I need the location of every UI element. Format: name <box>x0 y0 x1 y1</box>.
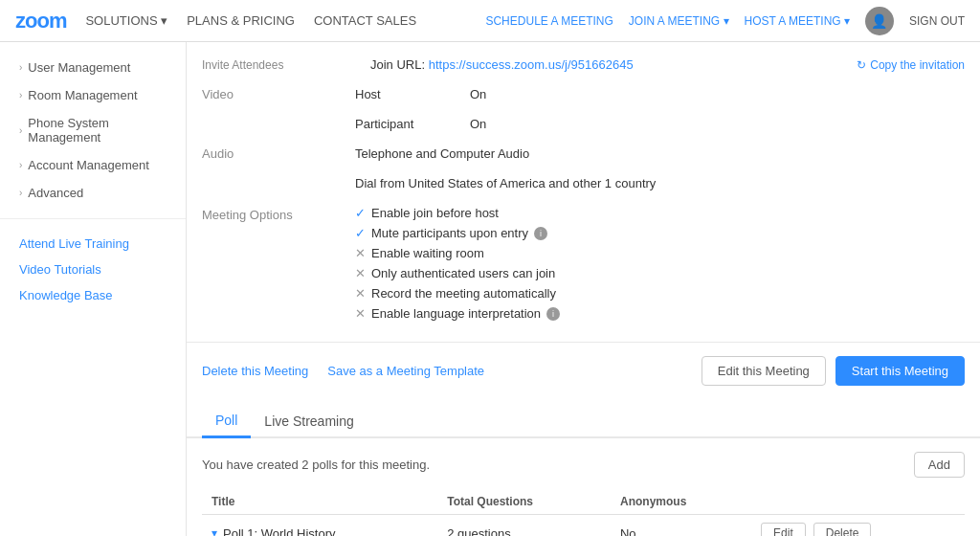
info-icon[interactable]: i <box>534 227 547 240</box>
table-row: ▾ Poll 1: World History 2 questions No E… <box>202 515 965 537</box>
schedule-meeting-link[interactable]: SCHEDULE A MEETING <box>485 14 612 28</box>
layout: › User Management › Room Management › Ph… <box>0 42 980 536</box>
delete-poll-button[interactable]: Delete <box>813 523 872 536</box>
chevron-icon: › <box>19 160 22 170</box>
sidebar-link-knowledge-base[interactable]: Knowledge Base <box>0 282 186 308</box>
invite-left: Invite Attendees Join URL: https://succe… <box>202 57 634 72</box>
chevron-icon: › <box>19 188 22 198</box>
main-content: Invite Attendees Join URL: https://succe… <box>187 42 980 536</box>
option-mute-participants: ✓ Mute participants upon entry i <box>355 226 965 240</box>
sidebar-item-user-management[interactable]: › User Management <box>0 54 186 81</box>
meeting-options-row: Meeting Options ✓ Enable join before hos… <box>187 198 980 334</box>
save-template-link[interactable]: Save as a Meeting Template <box>327 364 484 378</box>
sidebar-item-account-management[interactable]: › Account Management <box>0 151 186 179</box>
check-icon: ✓ <box>355 226 366 240</box>
col-title: Title <box>202 489 437 515</box>
logo[interactable]: zoom <box>15 9 66 34</box>
poll-title: ▾ Poll 1: World History <box>212 526 428 537</box>
sidebar: › User Management › Room Management › Ph… <box>0 42 187 536</box>
delete-meeting-link[interactable]: Delete this Meeting <box>202 364 308 378</box>
option-label: Record the meeting automatically <box>371 286 556 301</box>
nav-solutions[interactable]: SOLUTIONS ▾ <box>85 13 167 28</box>
copy-invitation-button[interactable]: ↻ Copy the invitation <box>857 58 965 72</box>
x-icon: ✕ <box>355 286 366 301</box>
anonymous-cell: No <box>611 515 751 537</box>
participant-label: Participant <box>340 109 455 139</box>
audio-dial-row: Dial from United States of America and o… <box>187 168 980 198</box>
edit-meeting-button[interactable]: Edit this Meeting <box>702 356 826 386</box>
invite-label: Invite Attendees <box>202 58 355 72</box>
host-value: On <box>455 79 915 109</box>
invite-row: Invite Attendees Join URL: https://succe… <box>187 50 980 79</box>
sidebar-divider <box>0 218 186 219</box>
option-label: Enable join before host <box>371 206 499 220</box>
poll-title-cell: ▾ Poll 1: World History <box>202 515 437 537</box>
x-icon: ✕ <box>355 306 366 321</box>
header-nav: SOLUTIONS ▾ PLANS & PRICING CONTACT SALE… <box>85 13 485 28</box>
meeting-options-label: Meeting Options <box>187 198 340 334</box>
tab-poll[interactable]: Poll <box>202 403 251 438</box>
option-language-interpretation: ✕ Enable language interpretation i <box>355 306 965 321</box>
action-left: Delete this Meeting Save as a Meeting Te… <box>202 364 484 378</box>
col-anonymous: Anonymous <box>611 489 751 515</box>
audio-value: Telephone and Computer Audio <box>340 139 915 168</box>
chevron-down-icon: ▾ <box>212 526 217 536</box>
audio-label: Audio <box>187 139 340 168</box>
detail-table: Video Host On Participant On Audio Telep… <box>187 79 980 334</box>
sidebar-item-phone-system[interactable]: › Phone System Management <box>0 109 186 151</box>
logo-text: zoom <box>15 9 66 33</box>
audio-dial: Dial from United States of America and o… <box>340 168 915 198</box>
join-url-text: Join URL: https://success.zoom.us/j/9516… <box>370 57 634 72</box>
sidebar-link-live-training[interactable]: Attend Live Training <box>0 231 186 257</box>
poll-title-text: Poll 1: World History <box>223 526 336 537</box>
option-authenticated: ✕ Only authenticated users can join <box>355 266 965 280</box>
join-url-link[interactable]: https://success.zoom.us/j/951662645 <box>429 57 634 72</box>
poll-table: Title Total Questions Anonymous ▾ Poll 1… <box>202 489 965 536</box>
sidebar-link-video-tutorials[interactable]: Video Tutorials <box>0 257 186 282</box>
video-row: Video Host On <box>187 79 980 109</box>
info-icon[interactable]: i <box>546 307 560 321</box>
nav-plans[interactable]: PLANS & PRICING <box>187 13 295 28</box>
sign-out-button[interactable]: SIGN OUT <box>909 14 965 28</box>
join-url-prefix: Join URL: <box>370 57 429 72</box>
refresh-icon: ↻ <box>857 58 866 72</box>
chevron-icon: › <box>19 90 22 100</box>
x-icon: ✕ <box>355 266 366 280</box>
col-total-questions: Total Questions <box>437 489 611 515</box>
action-right: Edit this Meeting Start this Meeting <box>702 356 965 386</box>
audio-row: Audio Telephone and Computer Audio <box>187 139 980 168</box>
option-join-before-host: ✓ Enable join before host <box>355 206 965 220</box>
poll-description-text: You have created 2 polls for this meetin… <box>202 458 430 472</box>
check-icon: ✓ <box>355 206 366 220</box>
option-label: Enable language interpretation <box>371 306 541 321</box>
video-label: Video <box>187 79 340 139</box>
option-waiting-room: ✕ Enable waiting room <box>355 246 965 260</box>
chevron-icon: › <box>19 62 22 73</box>
tab-live-streaming[interactable]: Live Streaming <box>251 404 367 436</box>
option-record-auto: ✕ Record the meeting automatically <box>355 286 965 301</box>
option-label: Enable waiting room <box>371 246 484 260</box>
action-row: Delete this Meeting Save as a Meeting Te… <box>187 342 980 399</box>
edit-poll-button[interactable]: Edit <box>761 523 806 536</box>
meeting-detail-area: Invite Attendees Join URL: https://succe… <box>187 42 980 536</box>
chevron-icon: › <box>19 125 22 136</box>
total-questions-cell: 2 questions <box>437 515 611 537</box>
start-meeting-button[interactable]: Start this Meeting <box>835 356 965 386</box>
meeting-options-values: ✓ Enable join before host ✓ Mute partici… <box>340 198 980 334</box>
join-meeting-link[interactable]: JOIN A MEETING ▾ <box>629 14 729 28</box>
add-poll-button[interactable]: Add <box>914 452 965 478</box>
host-meeting-link[interactable]: HOST A MEETING ▾ <box>745 14 850 28</box>
sidebar-item-advanced[interactable]: › Advanced <box>0 179 186 207</box>
option-label: Mute participants upon entry <box>371 226 528 240</box>
poll-table-header: Title Total Questions Anonymous <box>202 489 965 515</box>
nav-contact[interactable]: CONTACT SALES <box>314 13 416 28</box>
poll-description: You have created 2 polls for this meetin… <box>202 452 965 478</box>
col-actions <box>751 489 965 515</box>
header: zoom SOLUTIONS ▾ PLANS & PRICING CONTACT… <box>0 0 980 42</box>
avatar[interactable]: 👤 <box>865 7 894 35</box>
header-right: SCHEDULE A MEETING JOIN A MEETING ▾ HOST… <box>485 7 965 35</box>
sidebar-item-room-management[interactable]: › Room Management <box>0 81 186 109</box>
option-label: Only authenticated users can join <box>371 266 555 280</box>
poll-row-actions: Edit Delete <box>761 523 955 536</box>
participant-value: On <box>455 109 915 139</box>
